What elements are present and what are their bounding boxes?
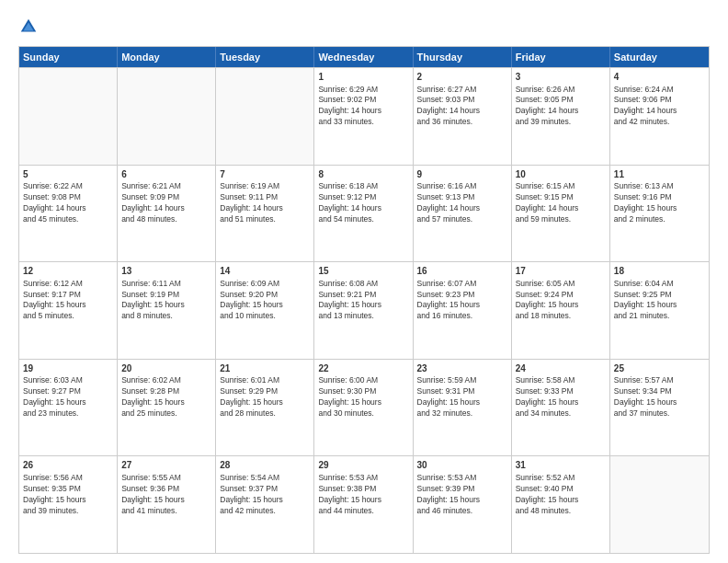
cell-info: Sunrise: 6:21 AM Sunset: 9:09 PM Dayligh… <box>121 181 211 225</box>
day-cell-17: 17Sunrise: 6:05 AM Sunset: 9:24 PM Dayli… <box>512 262 610 359</box>
day-number: 29 <box>318 459 408 472</box>
day-number: 23 <box>417 362 507 375</box>
day-number: 30 <box>417 459 507 472</box>
day-number: 15 <box>318 265 408 278</box>
day-number: 1 <box>318 71 408 84</box>
calendar: SundayMondayTuesdayWednesdayThursdayFrid… <box>18 46 710 554</box>
header-day-wednesday: Wednesday <box>314 47 413 67</box>
day-number: 2 <box>417 71 507 84</box>
day-cell-9: 9Sunrise: 6:16 AM Sunset: 9:13 PM Daylig… <box>414 166 512 262</box>
day-cell-10: 10Sunrise: 6:15 AM Sunset: 9:15 PM Dayli… <box>512 166 610 262</box>
day-cell-12: 12Sunrise: 6:12 AM Sunset: 9:17 PM Dayli… <box>19 262 118 359</box>
day-number: 16 <box>417 265 507 278</box>
cell-info: Sunrise: 5:56 AM Sunset: 9:35 PM Dayligh… <box>23 473 113 517</box>
cell-info: Sunrise: 5:53 AM Sunset: 9:38 PM Dayligh… <box>318 473 408 517</box>
header <box>18 17 710 37</box>
day-cell-3: 3Sunrise: 6:26 AM Sunset: 9:05 PM Daylig… <box>512 68 610 165</box>
cell-info: Sunrise: 6:29 AM Sunset: 9:02 PM Dayligh… <box>318 85 408 129</box>
cell-info: Sunrise: 6:27 AM Sunset: 9:03 PM Dayligh… <box>417 85 507 129</box>
day-number: 9 <box>417 168 507 181</box>
page: SundayMondayTuesdayWednesdayThursdayFrid… <box>0 0 728 563</box>
cell-info: Sunrise: 5:53 AM Sunset: 9:39 PM Dayligh… <box>417 473 507 517</box>
day-number: 19 <box>23 362 113 375</box>
day-number: 11 <box>614 168 705 181</box>
cell-info: Sunrise: 6:02 AM Sunset: 9:28 PM Dayligh… <box>121 375 211 419</box>
header-day-monday: Monday <box>118 47 216 67</box>
calendar-week-2: 5Sunrise: 6:22 AM Sunset: 9:08 PM Daylig… <box>19 165 709 262</box>
day-cell-30: 30Sunrise: 5:53 AM Sunset: 9:39 PM Dayli… <box>414 456 512 553</box>
day-number: 24 <box>516 362 606 375</box>
day-number: 26 <box>23 459 113 472</box>
day-number: 20 <box>121 362 211 375</box>
cell-info: Sunrise: 5:57 AM Sunset: 9:34 PM Dayligh… <box>614 375 705 419</box>
day-cell-2: 2Sunrise: 6:27 AM Sunset: 9:03 PM Daylig… <box>414 68 512 165</box>
day-cell-1: 1Sunrise: 6:29 AM Sunset: 9:02 PM Daylig… <box>314 68 413 165</box>
day-cell-15: 15Sunrise: 6:08 AM Sunset: 9:21 PM Dayli… <box>314 262 413 359</box>
cell-info: Sunrise: 6:19 AM Sunset: 9:11 PM Dayligh… <box>220 181 310 225</box>
empty-cell <box>216 68 314 165</box>
day-cell-6: 6Sunrise: 6:21 AM Sunset: 9:09 PM Daylig… <box>118 166 216 262</box>
cell-info: Sunrise: 6:05 AM Sunset: 9:24 PM Dayligh… <box>516 279 606 323</box>
day-cell-25: 25Sunrise: 5:57 AM Sunset: 9:34 PM Dayli… <box>610 360 709 456</box>
logo <box>18 17 42 37</box>
day-cell-4: 4Sunrise: 6:24 AM Sunset: 9:06 PM Daylig… <box>610 68 709 165</box>
day-cell-11: 11Sunrise: 6:13 AM Sunset: 9:16 PM Dayli… <box>610 166 709 262</box>
calendar-week-4: 19Sunrise: 6:03 AM Sunset: 9:27 PM Dayli… <box>19 359 709 456</box>
header-day-thursday: Thursday <box>414 47 512 67</box>
day-number: 5 <box>23 168 113 181</box>
day-cell-24: 24Sunrise: 5:58 AM Sunset: 9:33 PM Dayli… <box>512 360 610 456</box>
calendar-week-3: 12Sunrise: 6:12 AM Sunset: 9:17 PM Dayli… <box>19 261 709 359</box>
cell-info: Sunrise: 6:03 AM Sunset: 9:27 PM Dayligh… <box>23 375 113 419</box>
day-number: 27 <box>121 459 211 472</box>
day-cell-21: 21Sunrise: 6:01 AM Sunset: 9:29 PM Dayli… <box>216 360 314 456</box>
cell-info: Sunrise: 5:59 AM Sunset: 9:31 PM Dayligh… <box>417 375 507 419</box>
cell-info: Sunrise: 6:01 AM Sunset: 9:29 PM Dayligh… <box>220 375 310 419</box>
day-number: 18 <box>614 265 705 278</box>
day-cell-23: 23Sunrise: 5:59 AM Sunset: 9:31 PM Dayli… <box>414 360 512 456</box>
cell-info: Sunrise: 6:24 AM Sunset: 9:06 PM Dayligh… <box>614 85 705 129</box>
cell-info: Sunrise: 6:04 AM Sunset: 9:25 PM Dayligh… <box>614 279 705 323</box>
day-number: 31 <box>516 459 606 472</box>
day-cell-16: 16Sunrise: 6:07 AM Sunset: 9:23 PM Dayli… <box>414 262 512 359</box>
cell-info: Sunrise: 6:13 AM Sunset: 9:16 PM Dayligh… <box>614 181 705 225</box>
cell-info: Sunrise: 6:15 AM Sunset: 9:15 PM Dayligh… <box>516 181 606 225</box>
empty-cell <box>118 68 216 165</box>
cell-info: Sunrise: 6:18 AM Sunset: 9:12 PM Dayligh… <box>318 181 408 225</box>
day-cell-28: 28Sunrise: 5:54 AM Sunset: 9:37 PM Dayli… <box>216 456 314 553</box>
day-number: 25 <box>614 362 705 375</box>
cell-info: Sunrise: 5:52 AM Sunset: 9:40 PM Dayligh… <box>516 473 606 517</box>
header-day-tuesday: Tuesday <box>216 47 314 67</box>
day-number: 14 <box>220 265 310 278</box>
day-number: 21 <box>220 362 310 375</box>
day-cell-13: 13Sunrise: 6:11 AM Sunset: 9:19 PM Dayli… <box>118 262 216 359</box>
day-cell-27: 27Sunrise: 5:55 AM Sunset: 9:36 PM Dayli… <box>118 456 216 553</box>
day-cell-7: 7Sunrise: 6:19 AM Sunset: 9:11 PM Daylig… <box>216 166 314 262</box>
day-number: 13 <box>121 265 211 278</box>
day-number: 4 <box>614 71 705 84</box>
day-cell-19: 19Sunrise: 6:03 AM Sunset: 9:27 PM Dayli… <box>19 360 118 456</box>
cell-info: Sunrise: 6:08 AM Sunset: 9:21 PM Dayligh… <box>318 279 408 323</box>
calendar-week-5: 26Sunrise: 5:56 AM Sunset: 9:35 PM Dayli… <box>19 455 709 553</box>
cell-info: Sunrise: 6:09 AM Sunset: 9:20 PM Dayligh… <box>220 279 310 323</box>
day-cell-18: 18Sunrise: 6:04 AM Sunset: 9:25 PM Dayli… <box>610 262 709 359</box>
day-number: 10 <box>516 168 606 181</box>
day-number: 22 <box>318 362 408 375</box>
cell-info: Sunrise: 6:11 AM Sunset: 9:19 PM Dayligh… <box>121 279 211 323</box>
cell-info: Sunrise: 6:12 AM Sunset: 9:17 PM Dayligh… <box>23 279 113 323</box>
calendar-header: SundayMondayTuesdayWednesdayThursdayFrid… <box>19 47 709 67</box>
day-number: 8 <box>318 168 408 181</box>
day-cell-5: 5Sunrise: 6:22 AM Sunset: 9:08 PM Daylig… <box>19 166 118 262</box>
cell-info: Sunrise: 6:26 AM Sunset: 9:05 PM Dayligh… <box>516 85 606 129</box>
cell-info: Sunrise: 5:54 AM Sunset: 9:37 PM Dayligh… <box>220 473 310 517</box>
calendar-week-1: 1Sunrise: 6:29 AM Sunset: 9:02 PM Daylig… <box>19 67 709 165</box>
cell-info: Sunrise: 6:00 AM Sunset: 9:30 PM Dayligh… <box>318 375 408 419</box>
day-cell-26: 26Sunrise: 5:56 AM Sunset: 9:35 PM Dayli… <box>19 456 118 553</box>
day-number: 3 <box>516 71 606 84</box>
day-number: 28 <box>220 459 310 472</box>
logo-icon <box>18 17 39 37</box>
day-cell-31: 31Sunrise: 5:52 AM Sunset: 9:40 PM Dayli… <box>512 456 610 553</box>
day-cell-8: 8Sunrise: 6:18 AM Sunset: 9:12 PM Daylig… <box>314 166 413 262</box>
cell-info: Sunrise: 6:16 AM Sunset: 9:13 PM Dayligh… <box>417 181 507 225</box>
empty-cell <box>610 456 709 553</box>
header-day-sunday: Sunday <box>19 47 118 67</box>
